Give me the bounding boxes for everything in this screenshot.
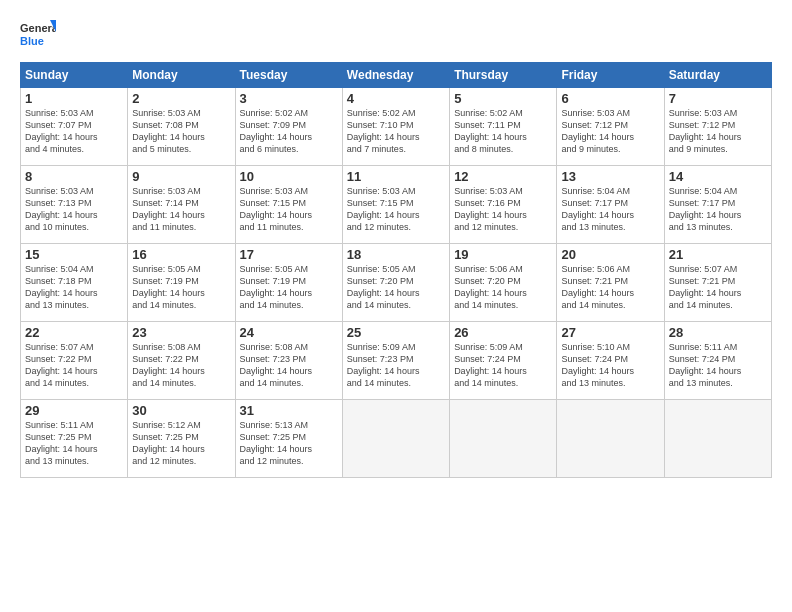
- calendar-cell: 20Sunrise: 5:06 AM Sunset: 7:21 PM Dayli…: [557, 244, 664, 322]
- calendar-cell: 18Sunrise: 5:05 AM Sunset: 7:20 PM Dayli…: [342, 244, 449, 322]
- weekday-header-wednesday: Wednesday: [342, 63, 449, 88]
- calendar-cell: [664, 400, 771, 478]
- calendar-cell: 29Sunrise: 5:11 AM Sunset: 7:25 PM Dayli…: [21, 400, 128, 478]
- calendar-cell: 30Sunrise: 5:12 AM Sunset: 7:25 PM Dayli…: [128, 400, 235, 478]
- calendar-cell: 28Sunrise: 5:11 AM Sunset: 7:24 PM Dayli…: [664, 322, 771, 400]
- day-info: Sunrise: 5:09 AM Sunset: 7:24 PM Dayligh…: [454, 341, 552, 390]
- day-info: Sunrise: 5:04 AM Sunset: 7:17 PM Dayligh…: [561, 185, 659, 234]
- calendar-cell: 17Sunrise: 5:05 AM Sunset: 7:19 PM Dayli…: [235, 244, 342, 322]
- day-info: Sunrise: 5:03 AM Sunset: 7:14 PM Dayligh…: [132, 185, 230, 234]
- day-number: 18: [347, 247, 445, 262]
- day-number: 14: [669, 169, 767, 184]
- day-number: 10: [240, 169, 338, 184]
- calendar-cell: 8Sunrise: 5:03 AM Sunset: 7:13 PM Daylig…: [21, 166, 128, 244]
- day-info: Sunrise: 5:07 AM Sunset: 7:22 PM Dayligh…: [25, 341, 123, 390]
- calendar-cell: 19Sunrise: 5:06 AM Sunset: 7:20 PM Dayli…: [450, 244, 557, 322]
- calendar-cell: 2Sunrise: 5:03 AM Sunset: 7:08 PM Daylig…: [128, 88, 235, 166]
- calendar-cell: 23Sunrise: 5:08 AM Sunset: 7:22 PM Dayli…: [128, 322, 235, 400]
- day-info: Sunrise: 5:05 AM Sunset: 7:19 PM Dayligh…: [132, 263, 230, 312]
- day-number: 3: [240, 91, 338, 106]
- calendar-cell: 5Sunrise: 5:02 AM Sunset: 7:11 PM Daylig…: [450, 88, 557, 166]
- day-number: 24: [240, 325, 338, 340]
- calendar-cell: 15Sunrise: 5:04 AM Sunset: 7:18 PM Dayli…: [21, 244, 128, 322]
- svg-text:Blue: Blue: [20, 35, 44, 47]
- day-info: Sunrise: 5:09 AM Sunset: 7:23 PM Dayligh…: [347, 341, 445, 390]
- day-info: Sunrise: 5:11 AM Sunset: 7:24 PM Dayligh…: [669, 341, 767, 390]
- day-number: 19: [454, 247, 552, 262]
- day-number: 1: [25, 91, 123, 106]
- weekday-header-thursday: Thursday: [450, 63, 557, 88]
- calendar-cell: 31Sunrise: 5:13 AM Sunset: 7:25 PM Dayli…: [235, 400, 342, 478]
- day-number: 15: [25, 247, 123, 262]
- day-info: Sunrise: 5:03 AM Sunset: 7:12 PM Dayligh…: [669, 107, 767, 156]
- svg-text:General: General: [20, 22, 56, 34]
- calendar-cell: 13Sunrise: 5:04 AM Sunset: 7:17 PM Dayli…: [557, 166, 664, 244]
- day-info: Sunrise: 5:04 AM Sunset: 7:18 PM Dayligh…: [25, 263, 123, 312]
- day-info: Sunrise: 5:11 AM Sunset: 7:25 PM Dayligh…: [25, 419, 123, 468]
- calendar-cell: 14Sunrise: 5:04 AM Sunset: 7:17 PM Dayli…: [664, 166, 771, 244]
- calendar-cell: 22Sunrise: 5:07 AM Sunset: 7:22 PM Dayli…: [21, 322, 128, 400]
- calendar-cell: [450, 400, 557, 478]
- day-number: 20: [561, 247, 659, 262]
- calendar-cell: 10Sunrise: 5:03 AM Sunset: 7:15 PM Dayli…: [235, 166, 342, 244]
- weekday-header-friday: Friday: [557, 63, 664, 88]
- day-info: Sunrise: 5:03 AM Sunset: 7:15 PM Dayligh…: [347, 185, 445, 234]
- calendar-cell: [557, 400, 664, 478]
- calendar-cell: 25Sunrise: 5:09 AM Sunset: 7:23 PM Dayli…: [342, 322, 449, 400]
- calendar-cell: 26Sunrise: 5:09 AM Sunset: 7:24 PM Dayli…: [450, 322, 557, 400]
- calendar-cell: 16Sunrise: 5:05 AM Sunset: 7:19 PM Dayli…: [128, 244, 235, 322]
- day-info: Sunrise: 5:08 AM Sunset: 7:22 PM Dayligh…: [132, 341, 230, 390]
- day-info: Sunrise: 5:03 AM Sunset: 7:16 PM Dayligh…: [454, 185, 552, 234]
- day-number: 13: [561, 169, 659, 184]
- day-info: Sunrise: 5:03 AM Sunset: 7:15 PM Dayligh…: [240, 185, 338, 234]
- day-number: 28: [669, 325, 767, 340]
- day-info: Sunrise: 5:05 AM Sunset: 7:19 PM Dayligh…: [240, 263, 338, 312]
- day-number: 27: [561, 325, 659, 340]
- day-info: Sunrise: 5:03 AM Sunset: 7:13 PM Dayligh…: [25, 185, 123, 234]
- day-number: 8: [25, 169, 123, 184]
- calendar-cell: 6Sunrise: 5:03 AM Sunset: 7:12 PM Daylig…: [557, 88, 664, 166]
- day-number: 23: [132, 325, 230, 340]
- day-info: Sunrise: 5:06 AM Sunset: 7:21 PM Dayligh…: [561, 263, 659, 312]
- day-info: Sunrise: 5:02 AM Sunset: 7:11 PM Dayligh…: [454, 107, 552, 156]
- calendar-cell: 27Sunrise: 5:10 AM Sunset: 7:24 PM Dayli…: [557, 322, 664, 400]
- calendar-table: SundayMondayTuesdayWednesdayThursdayFrid…: [20, 62, 772, 478]
- calendar-cell: 21Sunrise: 5:07 AM Sunset: 7:21 PM Dayli…: [664, 244, 771, 322]
- weekday-header-saturday: Saturday: [664, 63, 771, 88]
- day-number: 31: [240, 403, 338, 418]
- weekday-header-monday: Monday: [128, 63, 235, 88]
- day-number: 30: [132, 403, 230, 418]
- day-number: 17: [240, 247, 338, 262]
- day-number: 7: [669, 91, 767, 106]
- day-number: 29: [25, 403, 123, 418]
- day-number: 22: [25, 325, 123, 340]
- day-number: 12: [454, 169, 552, 184]
- logo: General Blue: [20, 18, 56, 54]
- day-info: Sunrise: 5:13 AM Sunset: 7:25 PM Dayligh…: [240, 419, 338, 468]
- calendar-cell: 1Sunrise: 5:03 AM Sunset: 7:07 PM Daylig…: [21, 88, 128, 166]
- day-info: Sunrise: 5:02 AM Sunset: 7:10 PM Dayligh…: [347, 107, 445, 156]
- day-number: 16: [132, 247, 230, 262]
- day-number: 26: [454, 325, 552, 340]
- day-info: Sunrise: 5:03 AM Sunset: 7:12 PM Dayligh…: [561, 107, 659, 156]
- weekday-header-sunday: Sunday: [21, 63, 128, 88]
- day-info: Sunrise: 5:10 AM Sunset: 7:24 PM Dayligh…: [561, 341, 659, 390]
- page: General Blue SundayMondayTuesdayWednesda…: [0, 0, 792, 488]
- day-number: 6: [561, 91, 659, 106]
- day-info: Sunrise: 5:05 AM Sunset: 7:20 PM Dayligh…: [347, 263, 445, 312]
- day-info: Sunrise: 5:04 AM Sunset: 7:17 PM Dayligh…: [669, 185, 767, 234]
- calendar-cell: 11Sunrise: 5:03 AM Sunset: 7:15 PM Dayli…: [342, 166, 449, 244]
- day-number: 5: [454, 91, 552, 106]
- day-info: Sunrise: 5:07 AM Sunset: 7:21 PM Dayligh…: [669, 263, 767, 312]
- header: General Blue: [20, 18, 772, 54]
- calendar-cell: 24Sunrise: 5:08 AM Sunset: 7:23 PM Dayli…: [235, 322, 342, 400]
- calendar-cell: 9Sunrise: 5:03 AM Sunset: 7:14 PM Daylig…: [128, 166, 235, 244]
- day-number: 2: [132, 91, 230, 106]
- day-number: 4: [347, 91, 445, 106]
- day-info: Sunrise: 5:08 AM Sunset: 7:23 PM Dayligh…: [240, 341, 338, 390]
- day-number: 25: [347, 325, 445, 340]
- calendar-cell: 4Sunrise: 5:02 AM Sunset: 7:10 PM Daylig…: [342, 88, 449, 166]
- day-number: 11: [347, 169, 445, 184]
- calendar-cell: 12Sunrise: 5:03 AM Sunset: 7:16 PM Dayli…: [450, 166, 557, 244]
- calendar-cell: 3Sunrise: 5:02 AM Sunset: 7:09 PM Daylig…: [235, 88, 342, 166]
